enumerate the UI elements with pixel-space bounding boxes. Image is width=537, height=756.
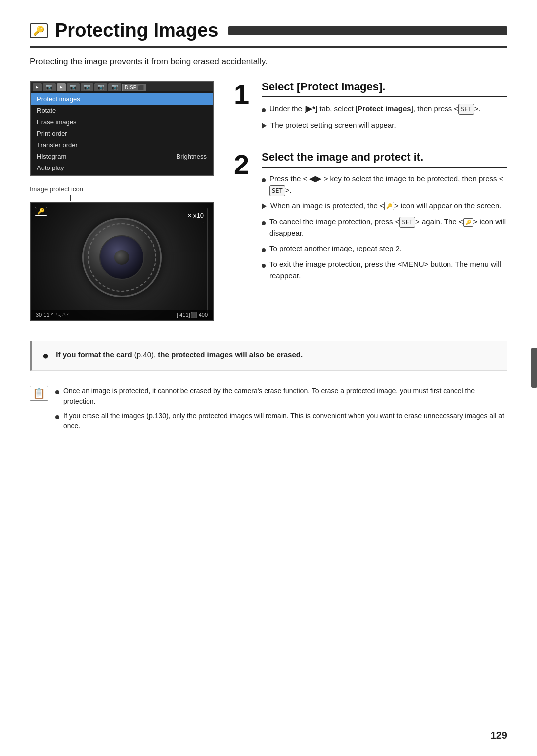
note-bullets: Once an image is protected, it cannot be…: [55, 386, 507, 431]
image-protect-label: Image protect icon: [30, 185, 214, 193]
step-1-bullets: Under the [▶*] tab, select [Protect imag…: [262, 103, 507, 132]
note-bullet-1: Once an image is protected, it cannot be…: [55, 386, 507, 407]
note-bullet-circle-1: [55, 387, 59, 407]
step-2-bullet-5: To exit the image protection, press the …: [262, 259, 507, 281]
step-2: 2 Select the image and protect it. Press…: [234, 151, 507, 285]
zoom-label: × x10: [188, 212, 204, 219]
bullet-circle-icon-2: [262, 174, 266, 196]
right-column: 1 Select [Protect images]. Under the [▶*…: [234, 81, 507, 321]
histogram-label: Histogram: [37, 153, 66, 160]
step-2-bullet-3-text: To cancel the image protection, press <S…: [269, 216, 507, 239]
step-1-content: Select [Protect images]. Under the [▶*] …: [262, 81, 507, 136]
disp-label: DISP ⬛: [122, 84, 146, 91]
note-bullet-2: If you erase all the images (p.130), onl…: [55, 411, 507, 431]
step-2-bullet-2: When an image is protected, the <🔑> icon…: [262, 200, 507, 213]
page-number: 129: [491, 730, 507, 741]
warning-box: ● If you format the card (p.40), the pro…: [30, 341, 507, 371]
zoom-indicator: × x10 ·: [188, 212, 204, 225]
step-1-bullet-2-text: The protect setting screen will appear.: [270, 120, 396, 132]
menu-tab-4[interactable]: 📷: [67, 83, 80, 91]
menu-item-autoplay[interactable]: Auto play: [31, 162, 213, 173]
note-bullet-2-text: If you erase all the images (p.130), onl…: [63, 411, 507, 431]
left-column: ▸ 📷 ▸ 📷 📷 📷 📷 DISP ⬛ Protect images Rota…: [30, 81, 214, 321]
note-box: 📋 Once an image is protected, it cannot …: [30, 381, 507, 440]
menu-item-erase[interactable]: Erase images: [31, 116, 213, 128]
step-1-title: Select [Protect images].: [262, 81, 507, 97]
step-1-bullet-2: The protect setting screen will appear.: [262, 120, 507, 132]
image-bar: 30 11 ²⁻¹·ᵥ·¹·² [ 411]⬛ 400: [31, 310, 213, 320]
menu-tab-1[interactable]: ▸: [33, 83, 42, 91]
bullet-circle-icon-4: [262, 244, 266, 255]
label-line: [70, 195, 71, 201]
menu-item-protect[interactable]: Protect images: [31, 93, 213, 105]
step-2-bullets: Press the < ◀▶ > key to select the image…: [262, 173, 507, 281]
menu-tab-7[interactable]: 📷: [108, 83, 121, 91]
step-2-number: 2: [234, 151, 254, 285]
menu-item-histogram[interactable]: Histogram Brightness: [31, 151, 213, 162]
subtitle: Protecting the image prevents it from be…: [30, 57, 507, 67]
step-1-number: 1: [234, 81, 254, 136]
step-2-bullet-4: To protect another image, repeat step 2.: [262, 243, 507, 255]
step-2-bullet-1-text: Press the < ◀▶ > key to select the image…: [269, 173, 507, 196]
bullet-circle-icon: [262, 104, 266, 116]
menu-item-transfer[interactable]: Transfer order: [31, 139, 213, 151]
note-content: Once an image is protected, it cannot be…: [55, 386, 507, 435]
step-2-bullet-4-text: To protect another image, repeat step 2.: [269, 243, 402, 255]
note-bullet-1-text: Once an image is protected, it cannot be…: [63, 386, 507, 407]
step-2-title: Select the image and protect it.: [262, 151, 507, 168]
menu-items-list: Protect images Rotate Erase images Print…: [31, 91, 213, 175]
brightness-label: Brightness: [177, 153, 207, 160]
lens-outer: [82, 218, 162, 297]
zoom-dot: ·: [188, 219, 204, 225]
lens-inner: [99, 235, 144, 280]
step-2-bullet-5-text: To exit the image protection, press the …: [269, 259, 507, 281]
menu-item-print[interactable]: Print order: [31, 128, 213, 139]
page-title: Protecting Images: [55, 20, 218, 41]
protect-badge: 🔑: [35, 207, 47, 216]
lens-center: [114, 250, 129, 265]
step-1-bullet-1-text: Under the [▶*] tab, select [Protect imag…: [269, 103, 481, 116]
step-2-content: Select the image and protect it. Press t…: [262, 151, 507, 285]
page-header: 🔑 Protecting Images: [30, 20, 507, 48]
warning-text: If you format the card (p.40), the prote…: [56, 349, 303, 361]
image-info-left: 30 11 ²⁻¹·ᵥ·¹·²: [36, 312, 68, 318]
camera-image: 🔑 × x10 · 30 11 ²⁻¹·ᵥ·¹·² [ 411]⬛ 400: [30, 202, 214, 321]
note-bullet-circle-2: [55, 412, 59, 431]
scrollbar-indicator[interactable]: [531, 348, 537, 388]
step-2-bullet-2-text: When an image is protected, the <🔑> icon…: [270, 200, 501, 213]
menu-tab-2[interactable]: 📷: [43, 83, 56, 91]
bullet-triangle-icon: [262, 121, 267, 132]
bullet-triangle-icon-2: [262, 201, 267, 213]
menu-tab-6[interactable]: 📷: [94, 83, 107, 91]
main-content: ▸ 📷 ▸ 📷 📷 📷 📷 DISP ⬛ Protect images Rota…: [30, 81, 507, 321]
step-1: 1 Select [Protect images]. Under the [▶*…: [234, 81, 507, 136]
bullet-circle-icon-5: [262, 260, 266, 281]
step-2-bullet-3: To cancel the image protection, press <S…: [262, 216, 507, 239]
warning-icon: ●: [42, 349, 49, 362]
step-2-bullet-1: Press the < ◀▶ > key to select the image…: [262, 173, 507, 196]
menu-tabs: ▸ 📷 ▸ 📷 📷 📷 📷 DISP ⬛: [31, 82, 213, 91]
image-info-right: [ 411]⬛ 400: [177, 312, 208, 318]
menu-tab-5[interactable]: 📷: [81, 83, 93, 91]
note-icon: 📋: [30, 386, 48, 401]
menu-item-rotate[interactable]: Rotate: [31, 105, 213, 116]
menu-screenshot: ▸ 📷 ▸ 📷 📷 📷 📷 DISP ⬛ Protect images Rota…: [30, 81, 214, 176]
bullet-circle-icon-3: [262, 217, 266, 239]
protect-icon: 🔑: [30, 23, 48, 38]
step-1-bullet-1: Under the [▶*] tab, select [Protect imag…: [262, 103, 507, 116]
title-bar-decoration: [228, 26, 507, 35]
menu-tab-active[interactable]: ▸: [57, 83, 66, 91]
